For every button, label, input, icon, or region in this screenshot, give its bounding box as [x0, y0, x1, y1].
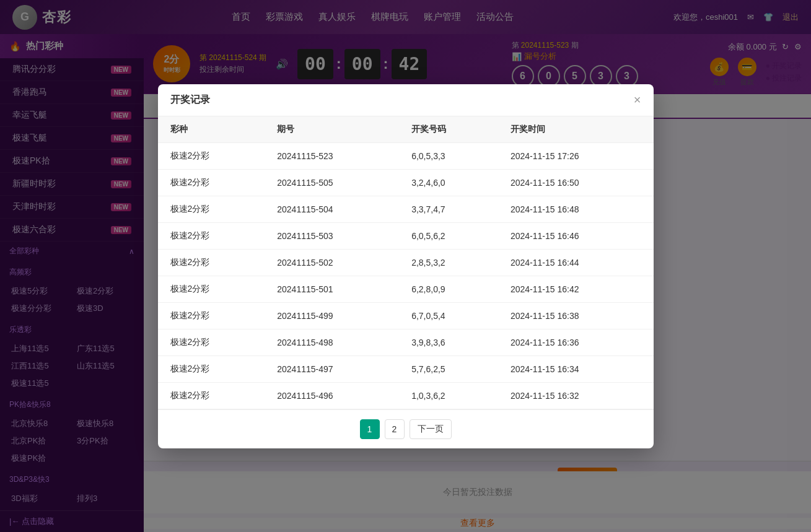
table-row: 极速2分彩 20241115-504 3,3,7,4,7 2024-11-15 …	[158, 196, 654, 222]
cell-time-9: 2024-11-15 16:32	[498, 382, 654, 409]
cell-period-1: 20241115-505	[265, 169, 399, 196]
cell-period-4: 20241115-502	[265, 249, 399, 276]
col-time: 开奖时间	[498, 116, 654, 143]
col-period: 期号	[265, 116, 399, 143]
table-row: 极速2分彩 20241115-501 6,2,8,0,9 2024-11-15 …	[158, 276, 654, 302]
table-row: 极速2分彩 20241115-505 3,2,4,6,0 2024-11-15 …	[158, 169, 654, 196]
cell-time-5: 2024-11-15 16:42	[498, 276, 654, 302]
cell-numbers-0: 6,0,5,3,3	[399, 142, 498, 169]
cell-lottery-2: 极速2分彩	[158, 196, 265, 222]
cell-period-9: 20241115-496	[265, 382, 399, 409]
cell-time-8: 2024-11-15 16:34	[498, 355, 654, 382]
next-page-button[interactable]: 下一页	[410, 419, 452, 439]
col-lottery: 彩种	[158, 116, 265, 143]
cell-time-4: 2024-11-15 16:44	[498, 249, 654, 276]
cell-lottery-1: 极速2分彩	[158, 169, 265, 196]
cell-time-0: 2024-11-15 17:26	[498, 142, 654, 169]
modal-close-button[interactable]: ×	[634, 94, 641, 106]
cell-period-6: 20241115-499	[265, 302, 399, 329]
table-row: 极速2分彩 20241115-499 6,7,0,5,4 2024-11-15 …	[158, 302, 654, 329]
cell-lottery-3: 极速2分彩	[158, 222, 265, 249]
cell-time-7: 2024-11-15 16:36	[498, 329, 654, 355]
cell-period-2: 20241115-504	[265, 196, 399, 222]
table-head: 彩种 期号 开奖号码 开奖时间	[158, 116, 654, 143]
modal-footer: 1 2 下一页	[158, 409, 654, 448]
modal-title: 开奖记录	[170, 94, 210, 107]
table-row: 极速2分彩 20241115-502 2,8,5,3,2 2024-11-15 …	[158, 249, 654, 276]
cell-period-3: 20241115-503	[265, 222, 399, 249]
table-row: 极速2分彩 20241115-497 5,7,6,2,5 2024-11-15 …	[158, 355, 654, 382]
table-row: 极速2分彩 20241115-503 6,0,5,6,2 2024-11-15 …	[158, 222, 654, 249]
cell-numbers-4: 2,8,5,3,2	[399, 249, 498, 276]
cell-time-3: 2024-11-15 16:46	[498, 222, 654, 249]
results-modal: 开奖记录 × 彩种 期号 开奖号码 开奖时间 极速2分彩 20241115-52…	[158, 84, 654, 448]
table-row: 极速2分彩 20241115-498 3,9,8,3,6 2024-11-15 …	[158, 329, 654, 355]
cell-numbers-9: 1,0,3,6,2	[399, 382, 498, 409]
cell-period-8: 20241115-497	[265, 355, 399, 382]
cell-time-6: 2024-11-15 16:38	[498, 302, 654, 329]
page-2-button[interactable]: 2	[385, 419, 405, 439]
cell-numbers-7: 3,9,8,3,6	[399, 329, 498, 355]
cell-lottery-4: 极速2分彩	[158, 249, 265, 276]
table-row: 极速2分彩 20241115-496 1,0,3,6,2 2024-11-15 …	[158, 382, 654, 409]
cell-time-2: 2024-11-15 16:48	[498, 196, 654, 222]
col-numbers: 开奖号码	[399, 116, 498, 143]
cell-time-1: 2024-11-15 16:50	[498, 169, 654, 196]
cell-period-0: 20241115-523	[265, 142, 399, 169]
modal-body: 彩种 期号 开奖号码 开奖时间 极速2分彩 20241115-523 6,0,5…	[158, 116, 654, 409]
cell-numbers-8: 5,7,6,2,5	[399, 355, 498, 382]
cell-numbers-5: 6,2,8,0,9	[399, 276, 498, 302]
table-row: 极速2分彩 20241115-523 6,0,5,3,3 2024-11-15 …	[158, 142, 654, 169]
cell-lottery-6: 极速2分彩	[158, 302, 265, 329]
cell-numbers-3: 6,0,5,6,2	[399, 222, 498, 249]
cell-lottery-8: 极速2分彩	[158, 355, 265, 382]
cell-numbers-6: 6,7,0,5,4	[399, 302, 498, 329]
cell-period-5: 20241115-501	[265, 276, 399, 302]
cell-lottery-5: 极速2分彩	[158, 276, 265, 302]
cell-lottery-9: 极速2分彩	[158, 382, 265, 409]
page-1-button[interactable]: 1	[360, 419, 380, 439]
modal-overlay[interactable]: 开奖记录 × 彩种 期号 开奖号码 开奖时间 极速2分彩 20241115-52…	[0, 0, 811, 532]
cell-period-7: 20241115-498	[265, 329, 399, 355]
cell-lottery-0: 极速2分彩	[158, 142, 265, 169]
modal-header: 开奖记录 ×	[158, 84, 654, 116]
cell-numbers-1: 3,2,4,6,0	[399, 169, 498, 196]
table-body: 极速2分彩 20241115-523 6,0,5,3,3 2024-11-15 …	[158, 142, 654, 409]
cell-lottery-7: 极速2分彩	[158, 329, 265, 355]
results-table: 彩种 期号 开奖号码 开奖时间 极速2分彩 20241115-523 6,0,5…	[158, 116, 654, 409]
cell-numbers-2: 3,3,7,4,7	[399, 196, 498, 222]
